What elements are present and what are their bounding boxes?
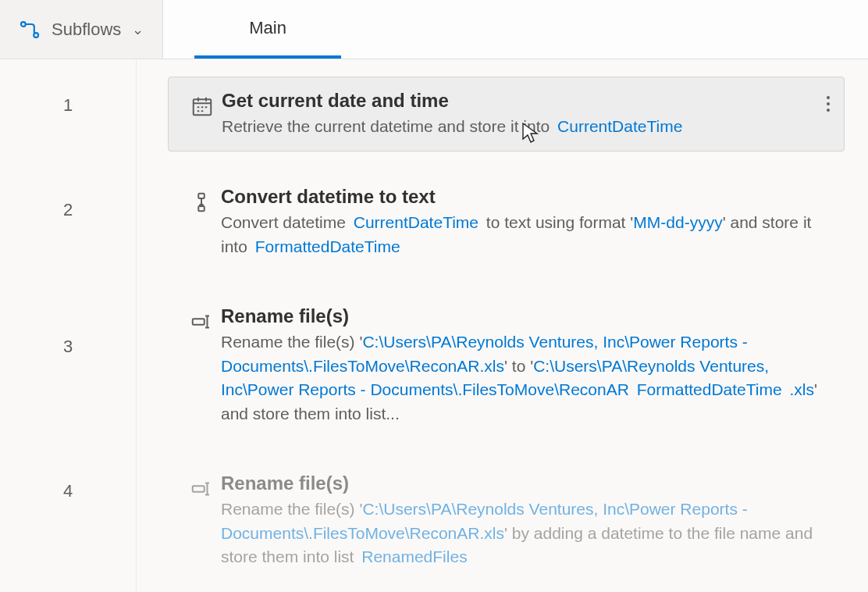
tab-label: Main	[249, 18, 286, 38]
desc-text: Convert datetime	[221, 213, 350, 231]
variable-token[interactable]: CurrentDateTime	[350, 213, 482, 231]
line-number: 4	[0, 425, 136, 558]
subflows-icon	[19, 19, 41, 41]
action-description: Retrieve the current datetime and store …	[222, 115, 830, 138]
action-title: Get current date and time	[222, 90, 830, 112]
desc-text: Rename the file(s) '	[221, 333, 362, 351]
variable-token[interactable]: FormattedDateTime	[634, 380, 785, 398]
rename-icon	[182, 305, 221, 333]
tab-main[interactable]: Main	[194, 0, 341, 59]
line-number: 3	[0, 269, 136, 425]
variable-token[interactable]: RenamedFiles	[358, 547, 470, 565]
chevron-down-icon: ⌄	[132, 21, 144, 38]
line-number: 1	[0, 59, 136, 152]
subflows-dropdown[interactable]: Subflows ⌄	[0, 0, 163, 59]
line-number-gutter: 1 2 3 4	[0, 59, 137, 592]
action-body: Rename file(s) Rename the file(s) 'C:\Us…	[221, 473, 831, 569]
more-actions-button[interactable]	[827, 96, 830, 112]
workspace: 1 2 3 4 Get current date and time Retrie…	[0, 59, 868, 592]
svg-rect-5	[193, 319, 205, 326]
calendar-icon	[183, 90, 222, 118]
action-description: Rename the file(s) 'C:\Users\PA\Reynolds…	[221, 497, 831, 569]
svg-rect-3	[198, 194, 205, 198]
line-number: 2	[0, 152, 136, 269]
literal-token: .xls	[790, 380, 815, 398]
action-description: Convert datetime CurrentDateTime to text…	[221, 211, 831, 259]
action-body: Rename file(s) Rename the file(s) 'C:\Us…	[221, 305, 831, 426]
svg-point-1	[34, 33, 38, 37]
action-body: Get current date and time Retrieve the c…	[222, 90, 830, 138]
desc-text: ' to '	[504, 357, 533, 375]
action-title: Rename file(s)	[221, 473, 831, 494]
desc-text: Rename the file(s) '	[221, 500, 362, 518]
action-rename-files[interactable]: Rename file(s) Rename the file(s) 'C:\Us…	[168, 293, 845, 438]
action-convert-datetime-to-text[interactable]: Convert datetime to text Convert datetim…	[168, 173, 845, 271]
action-description: Rename the file(s) 'C:\Users\PA\Reynolds…	[221, 330, 831, 426]
header-bar: Subflows ⌄ Main	[0, 0, 868, 59]
desc-text: to text using format '	[482, 213, 633, 231]
action-get-current-datetime[interactable]: Get current date and time Retrieve the c…	[168, 77, 845, 152]
action-title: Convert datetime to text	[221, 186, 831, 208]
actions-list: Get current date and time Retrieve the c…	[137, 59, 868, 592]
literal-token: MM-dd-yyyy	[633, 213, 722, 231]
action-title: Rename file(s)	[221, 305, 831, 327]
convert-icon	[182, 186, 221, 214]
svg-rect-6	[193, 486, 205, 492]
action-body: Convert datetime to text Convert datetim…	[221, 186, 831, 259]
tabs-container: Main	[163, 0, 341, 59]
svg-point-0	[21, 22, 26, 27]
rename-icon	[182, 473, 221, 501]
action-rename-files-disabled[interactable]: Rename file(s) Rename the file(s) 'C:\Us…	[168, 460, 845, 581]
subflows-label: Subflows	[52, 20, 121, 40]
variable-token[interactable]: FormattedDateTime	[252, 237, 404, 255]
desc-text: Retrieve the current datetime and store …	[222, 117, 554, 135]
variable-token[interactable]: CurrentDateTime	[554, 117, 685, 135]
